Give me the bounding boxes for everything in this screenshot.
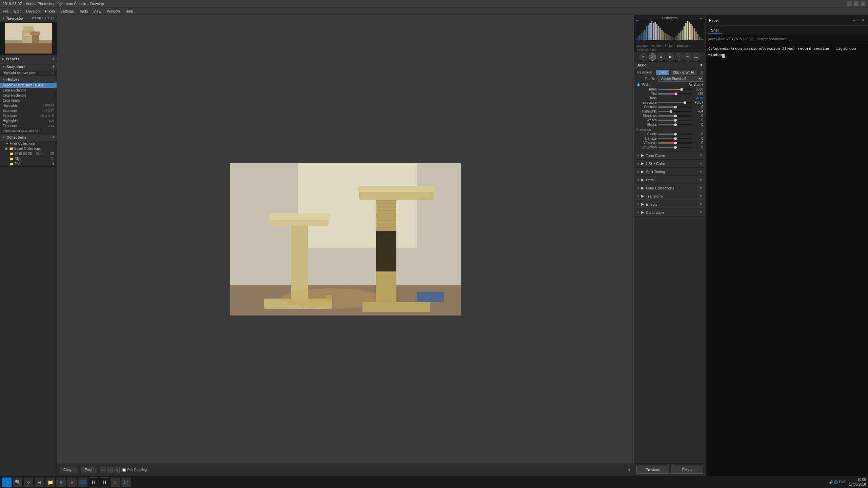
history-item-exposure2[interactable]: Exposure -40.1 3.45 bbox=[0, 113, 57, 118]
view-btn-single[interactable]: □ bbox=[100, 467, 106, 473]
hyper-terminal-content[interactable]: C:\opendarkroom-sessions\session-23>odr … bbox=[706, 43, 868, 476]
adjustment-brush-tool[interactable]: ✏ bbox=[684, 53, 691, 61]
whites-slider[interactable] bbox=[658, 120, 692, 121]
history-item-import[interactable]: Import 09/03/2018 18:57:57 bbox=[0, 128, 57, 133]
minimize-btn[interactable]: – bbox=[847, 1, 852, 6]
menu-tools[interactable]: Tools bbox=[79, 9, 88, 13]
transform-section[interactable]: ▶ Transform ▼ bbox=[634, 192, 705, 200]
basic-header[interactable]: Basic ▼ bbox=[634, 62, 705, 68]
start-button[interactable]: ⊞ bbox=[2, 477, 12, 487]
filter-collections[interactable]: ▼ Filter Collections bbox=[0, 141, 57, 146]
fill-btn[interactable]: FILL bbox=[37, 17, 44, 20]
collection-olya[interactable]: 📁 Olya 11 bbox=[0, 156, 57, 161]
highlights-slider[interactable] bbox=[658, 111, 692, 112]
1-1-btn[interactable]: 1:1 bbox=[45, 17, 49, 20]
hyper-window-controls[interactable]: – □ ✕ bbox=[853, 18, 865, 22]
taskbar-cortana[interactable]: ○ bbox=[24, 477, 33, 487]
zoom-btn[interactable]: 3:1 bbox=[50, 17, 55, 20]
menu-view[interactable]: View bbox=[93, 9, 101, 13]
collections-header[interactable]: ▼ Collections + bbox=[0, 134, 57, 141]
history-item-highlights1[interactable]: Highlights +125 64 bbox=[0, 103, 57, 108]
redeye-tool[interactable]: ● bbox=[657, 53, 665, 61]
history-item-exposure3[interactable]: Exposure 2.74 bbox=[0, 123, 57, 128]
window-controls[interactable]: – □ ✕ bbox=[847, 1, 865, 6]
menu-settings[interactable]: Settings bbox=[60, 9, 74, 13]
previous-btn[interactable]: Previous bbox=[636, 466, 669, 474]
navigator-header[interactable]: ▼ Navigator FIT FILL 1:1 3:1 bbox=[0, 15, 57, 22]
detail-section[interactable]: ▶ Detail ▼ bbox=[634, 176, 705, 184]
eyedropper-icon[interactable]: 💧 bbox=[636, 83, 640, 86]
range-mask-tool[interactable]: — bbox=[693, 53, 700, 61]
hyper-maximize-btn[interactable]: □ bbox=[857, 18, 860, 22]
soft-proofing-checkbox[interactable] bbox=[122, 468, 126, 472]
hyper-tab-shell[interactable]: Shell bbox=[708, 27, 722, 34]
history-item-crop2[interactable]: Crop Rectangle bbox=[0, 93, 57, 98]
snapshots-header[interactable]: ▼ Snapshots + bbox=[0, 63, 57, 70]
histogram-expand-icon[interactable]: ▲ bbox=[699, 16, 703, 20]
contrast-slider[interactable] bbox=[658, 106, 692, 108]
clarity-slider[interactable] bbox=[658, 134, 692, 135]
calibration-section[interactable]: ▶ Calibration ▼ bbox=[634, 208, 705, 217]
close-btn[interactable]: ✕ bbox=[861, 1, 865, 6]
history-item-exposure1[interactable]: Exposure -44 3.57 bbox=[0, 108, 57, 113]
history-item-cropangle[interactable]: Crop Angle bbox=[0, 98, 57, 103]
taskbar-taskview[interactable]: ⊟ bbox=[35, 477, 44, 487]
collection-phil[interactable]: 📁 Phil 4 bbox=[0, 161, 57, 166]
auto-btn[interactable]: Auto bbox=[696, 96, 703, 100]
paste-btn[interactable]: Paste bbox=[81, 467, 97, 473]
gradient-filter-tool[interactable]: ■ bbox=[666, 53, 674, 61]
exposure-slider[interactable] bbox=[658, 102, 692, 103]
taskbar-vscode[interactable]: ⌨ bbox=[78, 477, 87, 487]
menu-help[interactable]: Help bbox=[125, 9, 133, 13]
vibrance-slider[interactable] bbox=[658, 142, 692, 144]
color-btn[interactable]: Color bbox=[656, 70, 669, 75]
menu-photo[interactable]: Photo bbox=[45, 9, 55, 13]
menu-edit[interactable]: Edit bbox=[14, 9, 21, 13]
hyper-minimize-btn[interactable]: – bbox=[853, 18, 855, 22]
taskbar-explorer[interactable]: 📁 bbox=[45, 477, 55, 487]
maximize-btn[interactable]: □ bbox=[854, 1, 859, 6]
spot-removal-tool[interactable]: ○ bbox=[649, 53, 656, 61]
fit-btn[interactable]: FIT bbox=[32, 17, 36, 20]
blacks-slider[interactable] bbox=[658, 124, 692, 125]
view-btn-grid[interactable]: ⊞ bbox=[114, 467, 120, 473]
lens-corrections-section[interactable]: ▶ Lens Corrections ▼ bbox=[634, 184, 705, 192]
profile-select[interactable]: Adobe Standard bbox=[658, 76, 703, 82]
collections-add-btn[interactable]: + bbox=[52, 135, 55, 140]
taskbar-lightroom[interactable]: Lr bbox=[121, 477, 131, 487]
menu-window[interactable]: Window bbox=[107, 9, 120, 13]
snapshots-add-btn[interactable]: + bbox=[52, 64, 55, 69]
navigator-fit-options[interactable]: FIT FILL 1:1 3:1 bbox=[32, 17, 55, 20]
taskbar-opendarkroom[interactable]: ○ bbox=[111, 477, 120, 487]
menu-develop[interactable]: Develop bbox=[26, 9, 40, 13]
shadows-slider[interactable] bbox=[658, 115, 692, 117]
smart-collections[interactable]: ▶ 📁 Smart Collections bbox=[0, 146, 57, 151]
taskbar-hyper[interactable]: H bbox=[89, 477, 98, 487]
history-item-crop1[interactable]: Crop Rectangle bbox=[0, 88, 57, 93]
split-toning-section[interactable]: ▶ Split Toning ▼ bbox=[634, 168, 705, 176]
tone-curve-section[interactable]: ▶ Tone Curve ▼ bbox=[634, 151, 705, 160]
bw-btn[interactable]: Black & White bbox=[671, 70, 696, 75]
grid-icon[interactable]: ⊞ bbox=[701, 70, 703, 74]
filmstrip-expand-btn[interactable]: ▼ bbox=[627, 468, 631, 472]
presets-header[interactable]: ▶ Presets + bbox=[0, 55, 57, 63]
taskbar-chrome[interactable]: ● bbox=[67, 477, 77, 487]
temp-slider[interactable] bbox=[658, 89, 692, 90]
dehaze-slider[interactable] bbox=[658, 138, 692, 139]
reset-btn[interactable]: Reset bbox=[671, 466, 704, 474]
history-item-highlights2[interactable]: Highlights -100 bbox=[0, 118, 57, 123]
presets-add-btn[interactable]: + bbox=[52, 57, 55, 61]
view-btn-compare[interactable]: ⊟ bbox=[107, 467, 113, 473]
saturation-slider[interactable] bbox=[658, 147, 692, 148]
radial-filter-tool[interactable]: ◌ bbox=[675, 53, 683, 61]
tint-slider[interactable] bbox=[658, 93, 692, 95]
menu-file[interactable]: File bbox=[3, 9, 9, 13]
hyper-close-btn[interactable]: ✕ bbox=[862, 18, 865, 22]
history-item-export[interactable]: Export – Hard Drive (10/03… bbox=[0, 83, 57, 88]
copy-btn[interactable]: Copy… bbox=[60, 467, 78, 473]
crop-tool[interactable]: ✂ bbox=[640, 53, 647, 61]
collection-2018-04[interactable]: 📁 2018-04-28 – Eloi… 29 bbox=[0, 151, 57, 156]
effects-section[interactable]: ▶ Effects ▼ bbox=[634, 200, 705, 208]
hsl-section[interactable]: ▶ HSL / Color ▼ bbox=[634, 160, 705, 168]
taskbar-edge[interactable]: e bbox=[56, 477, 66, 487]
